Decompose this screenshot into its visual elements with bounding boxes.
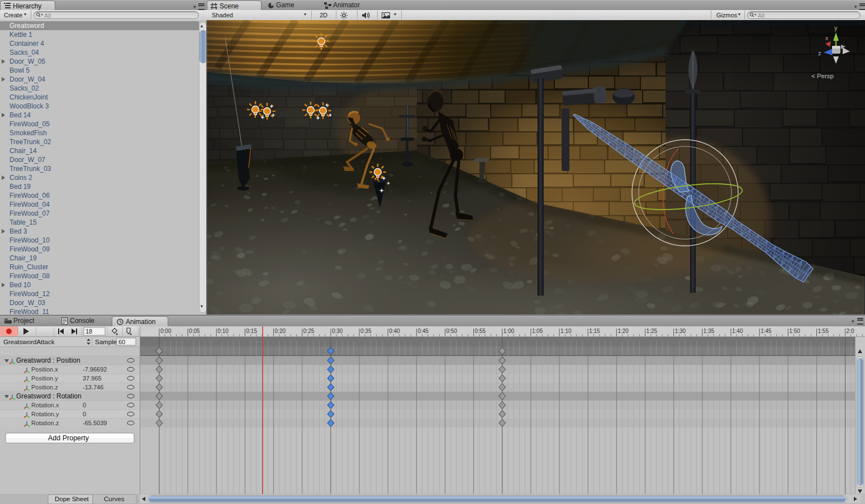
- svg-text:Rotation.x: Rotation.x: [31, 402, 59, 408]
- svg-text:Rotation.y: Rotation.y: [31, 411, 59, 417]
- svg-text:1:25: 1:25: [647, 328, 658, 334]
- svg-text:Samples: Samples: [95, 339, 120, 345]
- svg-text:1:30: 1:30: [675, 328, 686, 334]
- svg-text:0:15: 0:15: [246, 328, 258, 334]
- svg-text:Rotation.z: Rotation.z: [31, 420, 59, 426]
- svg-text:0:20: 0:20: [275, 328, 286, 334]
- svg-text:37.965: 37.965: [83, 375, 102, 382]
- svg-text:1:35: 1:35: [704, 328, 715, 334]
- svg-text:0: 0: [83, 411, 86, 417]
- svg-text:-65.5039: -65.5039: [83, 420, 107, 426]
- svg-text:-13.746: -13.746: [83, 384, 103, 391]
- svg-text:0:05: 0:05: [189, 328, 200, 334]
- svg-text:18: 18: [85, 328, 92, 335]
- svg-text:0:25: 0:25: [303, 328, 315, 334]
- svg-text:1:55: 1:55: [818, 328, 829, 334]
- svg-text:0:55: 0:55: [475, 328, 486, 334]
- svg-text:1:15: 1:15: [589, 328, 600, 334]
- svg-text:0:10: 0:10: [217, 328, 229, 334]
- svg-text:1:05: 1:05: [532, 328, 543, 334]
- svg-text:60: 60: [118, 339, 125, 345]
- svg-text:0:45: 0:45: [417, 328, 429, 334]
- svg-text:1:00: 1:00: [503, 328, 515, 334]
- svg-text:-7.96692: -7.96692: [83, 366, 107, 373]
- svg-text:0: 0: [83, 402, 86, 408]
- svg-text:2:0: 2:0: [847, 328, 854, 334]
- svg-text:Greatsword : Position: Greatsword : Position: [16, 356, 80, 364]
- svg-text:1:45: 1:45: [761, 328, 772, 334]
- svg-text:Position.y: Position.y: [31, 375, 58, 382]
- svg-text:1:40: 1:40: [732, 328, 743, 334]
- svg-text:Curves: Curves: [104, 496, 125, 502]
- svg-text:Greatsword : Rotation: Greatsword : Rotation: [16, 392, 82, 400]
- svg-text:1:20: 1:20: [617, 328, 629, 334]
- svg-text:0:30: 0:30: [332, 328, 343, 334]
- svg-text:0:50: 0:50: [446, 328, 458, 334]
- svg-text:Position.x: Position.x: [31, 366, 58, 373]
- svg-text:Add Property: Add Property: [48, 434, 89, 442]
- svg-text:1:10: 1:10: [560, 328, 572, 334]
- svg-text:1:50: 1:50: [789, 328, 800, 334]
- svg-text:0:35: 0:35: [360, 328, 372, 334]
- svg-text:0:40: 0:40: [389, 328, 400, 334]
- svg-text:0:00: 0:00: [160, 328, 172, 334]
- svg-text:GreatswordAttack: GreatswordAttack: [3, 339, 55, 345]
- svg-text:Position.z: Position.z: [31, 384, 58, 391]
- svg-text:Dope Sheet: Dope Sheet: [55, 496, 89, 502]
